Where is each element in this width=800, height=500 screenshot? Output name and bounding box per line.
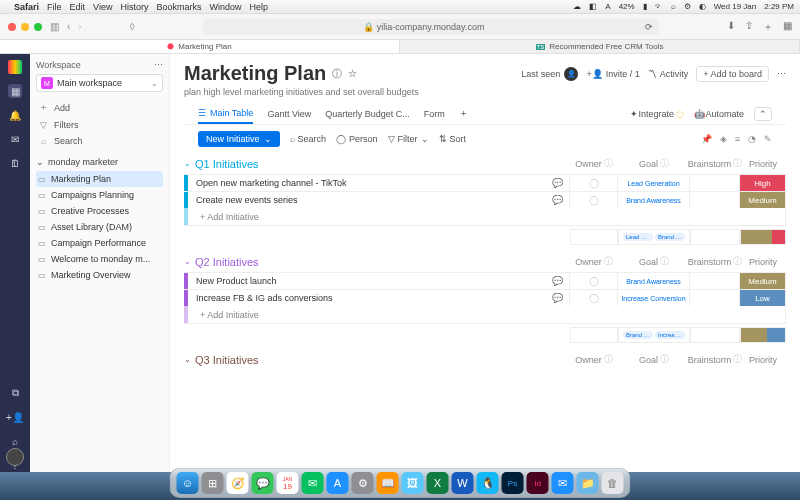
updates-icon[interactable]: 💬 [552, 293, 563, 303]
sidebar-filters[interactable]: ▽Filters [36, 117, 163, 133]
cell-priority[interactable]: Low [739, 290, 785, 306]
sidebar-board-item[interactable]: ▭Marketing Overview [36, 267, 163, 283]
status-wifi-icon[interactable]: ᯤ [655, 2, 663, 11]
dock-qq-icon[interactable]: 🐧 [477, 472, 499, 494]
dock-mail-icon[interactable]: ✉ [552, 472, 574, 494]
dock-messages-icon[interactable]: 💬 [252, 472, 274, 494]
tab-budget[interactable]: Quarterly Budget C... [325, 105, 410, 123]
col-owner[interactable]: Owner ⓘ [570, 157, 618, 170]
group-header[interactable]: ⌄ Q3 Initiatives Owner ⓘ Goal ⓘ Brainsto… [184, 353, 786, 366]
goal-summary-pill[interactable]: Lead Ge... [623, 233, 653, 241]
status-control-icon[interactable]: ⚙ [684, 2, 691, 11]
dock-preview-icon[interactable]: 🖼 [402, 472, 424, 494]
cell-goal[interactable]: Lead Generation [617, 175, 689, 191]
add-item-row[interactable]: + Add Initiative [184, 208, 786, 226]
nav-forward-icon[interactable]: › [78, 21, 81, 32]
item-name[interactable]: New Product launch [196, 276, 277, 286]
cell-goal[interactable]: Brand Awareness [617, 273, 689, 289]
goal-summary-pill[interactable]: Increase ... [655, 331, 685, 339]
workspace-menu-icon[interactable]: ⋯ [154, 60, 163, 70]
cell-brainstorm[interactable] [689, 273, 739, 289]
dock-finder-icon[interactable]: ☺ [177, 472, 199, 494]
col-brainstorm[interactable]: Brainstorm ⓘ [690, 353, 740, 366]
download-icon[interactable]: ⬇ [727, 20, 735, 34]
add-to-board-button[interactable]: + Add to board [696, 66, 769, 82]
collapse-icon[interactable]: ⌃ [754, 107, 772, 121]
menu-edit[interactable]: Edit [70, 2, 86, 12]
group-title[interactable]: Q3 Initiatives [195, 354, 259, 366]
col-goal[interactable]: Goal ⓘ [618, 353, 690, 366]
more-icon[interactable]: ✎ [764, 134, 772, 144]
cell-owner[interactable]: ◯ [569, 273, 617, 289]
sidebar-board-item[interactable]: ▭Marketing Plan [36, 171, 163, 187]
chevron-down-icon[interactable]: ⌄ [184, 159, 191, 168]
sidebar-board-item[interactable]: ▭Asset Library (DAM) [36, 219, 163, 235]
shield-icon[interactable]: ◊ [130, 21, 135, 32]
minimize-icon[interactable] [21, 23, 29, 31]
rail-inbox-icon[interactable]: ✉ [8, 132, 22, 146]
chevron-down-icon[interactable]: ⌄ [184, 355, 191, 364]
maximize-icon[interactable] [34, 23, 42, 31]
table-row[interactable]: Create new events series💬 ◯ Brand Awaren… [184, 191, 786, 209]
dock-launchpad-icon[interactable]: ⊞ [202, 472, 224, 494]
dock-appstore-icon[interactable]: A [327, 472, 349, 494]
cell-owner[interactable]: ◯ [569, 192, 617, 208]
rail-search-icon[interactable]: ⌕ [8, 434, 22, 448]
sidebar-search[interactable]: ⌕Search [36, 133, 163, 149]
add-view-button[interactable]: ＋ [459, 103, 468, 124]
cell-owner[interactable]: ◯ [569, 290, 617, 306]
height-icon[interactable]: ≡ [735, 134, 740, 144]
col-owner[interactable]: Owner ⓘ [570, 255, 618, 268]
sidebar-board-item[interactable]: ▭Creative Processes [36, 203, 163, 219]
toolbar-person[interactable]: ◯Person [336, 134, 378, 144]
table-row[interactable]: New Product launch💬 ◯ Brand Awareness Me… [184, 272, 786, 290]
menu-help[interactable]: Help [249, 2, 268, 12]
address-bar[interactable]: 🔒 yilia-company.monday.com ⟳ [203, 19, 659, 35]
toolbar-sort[interactable]: ⇅Sort [439, 134, 467, 144]
new-initiative-button[interactable]: New Initiative⌄ [198, 131, 280, 147]
tab-gantt[interactable]: Gantt View [267, 105, 311, 123]
status-wechat-icon[interactable]: ☁ [573, 2, 581, 11]
cell-owner[interactable]: ◯ [569, 175, 617, 191]
toolbar-search[interactable]: ⌕Search [290, 134, 327, 144]
updates-icon[interactable]: 💬 [552, 195, 563, 205]
dock-excel-icon[interactable]: X [427, 472, 449, 494]
sidebar-group-toggle[interactable]: ⌄monday marketer [36, 157, 163, 167]
goal-summary-pill[interactable]: Brand A... [623, 331, 653, 339]
board-description[interactable]: plan high level marketing initiatives an… [184, 87, 786, 97]
col-priority[interactable]: Priority [740, 353, 786, 366]
col-owner[interactable]: Owner ⓘ [570, 353, 618, 366]
col-goal[interactable]: Goal ⓘ [618, 157, 690, 170]
reload-icon[interactable]: ⟳ [645, 22, 653, 32]
share-icon[interactable]: ⇪ [745, 20, 753, 34]
dock-calendar-icon[interactable]: JAN19 [277, 472, 299, 494]
rail-workspaces-icon[interactable]: ▦ [8, 84, 22, 98]
sidebar-board-item[interactable]: ▭Campaigns Planning [36, 187, 163, 203]
automate-button[interactable]: 🤖Automate [694, 109, 744, 119]
status-siri-icon[interactable]: ◐ [699, 2, 706, 11]
monday-logo-icon[interactable] [8, 60, 22, 74]
status-time[interactable]: 2:29 PM [764, 2, 794, 11]
group-header[interactable]: ⌄ Q1 Initiatives Owner ⓘ Goal ⓘ Brainsto… [184, 157, 786, 170]
close-icon[interactable] [8, 23, 16, 31]
browser-tab-active[interactable]: ⬣ Marketing Plan [0, 40, 400, 53]
tab-main-table[interactable]: ☰Main Table [198, 104, 253, 124]
dock-settings-icon[interactable]: ⚙ [352, 472, 374, 494]
item-name[interactable]: Open new marketing channel - TikTok [196, 178, 347, 188]
updates-icon[interactable]: 💬 [552, 276, 563, 286]
tab-form[interactable]: Form [424, 105, 445, 123]
board-title[interactable]: Marketing Plan [184, 62, 326, 85]
dock-trash-icon[interactable]: 🗑 [602, 472, 624, 494]
pin-icon[interactable]: 📌 [701, 134, 712, 144]
dock-folder-icon[interactable]: 📁 [577, 472, 599, 494]
cell-priority[interactable]: Medium [739, 273, 785, 289]
rail-notifications-icon[interactable]: 🔔 [8, 108, 22, 122]
workspace-selector[interactable]: M Main workspace ⌄ [36, 74, 163, 92]
color-icon[interactable]: ◔ [748, 134, 756, 144]
dock-photoshop-icon[interactable]: Ps [502, 472, 524, 494]
menu-bookmarks[interactable]: Bookmarks [156, 2, 201, 12]
menu-window[interactable]: Window [209, 2, 241, 12]
dock-indesign-icon[interactable]: Id [527, 472, 549, 494]
rail-invite-icon[interactable]: +👤 [8, 410, 22, 424]
rail-apps-icon[interactable]: ⧉ [8, 386, 22, 400]
